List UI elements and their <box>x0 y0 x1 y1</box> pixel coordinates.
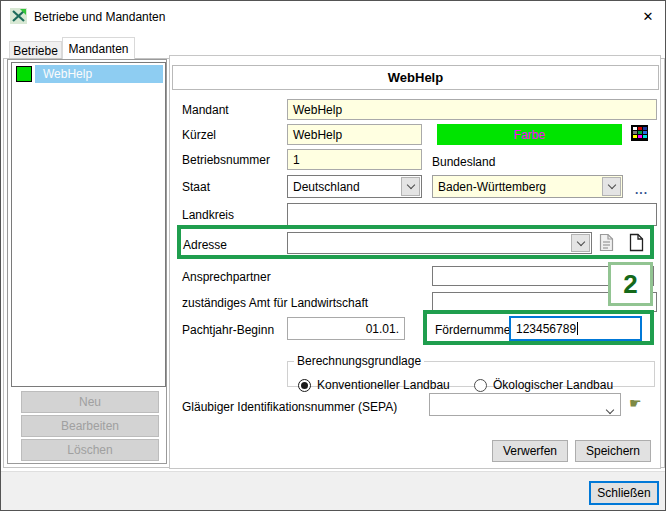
sepa-label: Gläubiger Identifikationsnummer (SEPA) <box>182 400 397 414</box>
betriebsnummer-label: Betriebsnummer <box>182 153 270 167</box>
bundesland-more-button[interactable]: ... <box>635 183 648 197</box>
step-2-callout: 2 <box>608 262 653 306</box>
mandant-label: Mandant <box>182 103 229 117</box>
neu-button[interactable]: Neu <box>21 391 159 413</box>
verwerfen-button[interactable]: Verwerfen <box>492 440 568 462</box>
staat-dropdown[interactable]: Deutschland <box>287 175 422 198</box>
list-item-label: WebHelp <box>35 65 163 83</box>
dialog-betriebe-und-mandanten: Betriebe und Mandanten ✕ Betriebe Mandan… <box>0 0 666 511</box>
staat-label: Staat <box>182 180 210 194</box>
radio-oekologisch[interactable]: Ökologischer Landbau <box>474 378 613 392</box>
adresse-highlight-box <box>177 225 654 259</box>
chevron-down-icon[interactable] <box>607 402 613 416</box>
betriebsnummer-input[interactable]: 1 <box>287 149 422 170</box>
client-detail-form: WebHelp Mandant WebHelp Kürzel WebHelp F… <box>169 55 661 469</box>
berechnungsgrundlage-group: Berechnungsgrundlage Konventioneller Lan… <box>287 354 655 387</box>
color-palette-icon[interactable] <box>631 125 648 141</box>
chevron-down-icon[interactable] <box>401 177 420 196</box>
radio-icon[interactable] <box>298 379 311 392</box>
pachtjahr-input[interactable]: 01.01. <box>287 317 405 340</box>
landkreis-input[interactable] <box>287 203 657 226</box>
app-logo-icon <box>10 8 27 24</box>
radio-konventionell[interactable]: Konventioneller Landbau <box>298 378 450 392</box>
pachtjahr-label: Pachtjahr-Beginn <box>182 323 274 337</box>
radio-icon[interactable] <box>474 379 487 392</box>
schliessen-button[interactable]: Schließen <box>589 481 659 505</box>
kuerzel-label: Kürzel <box>182 128 216 142</box>
client-listbox[interactable]: WebHelp <box>11 62 166 387</box>
client-color-square <box>16 66 32 82</box>
title-bar: Betriebe und Mandanten ✕ <box>1 1 665 32</box>
mandant-input[interactable]: WebHelp <box>287 99 657 120</box>
window-title: Betriebe und Mandanten <box>34 10 165 24</box>
amt-label: zuständiges Amt für Landwirtschaft <box>182 296 368 310</box>
farbe-button[interactable]: Farbe <box>437 124 622 145</box>
foerdernummer-highlight-box <box>423 310 654 345</box>
speichern-button[interactable]: Speichern <box>575 440 651 462</box>
ansprechpartner-label: Ansprechpartner <box>182 270 271 284</box>
kuerzel-input[interactable]: WebHelp <box>287 124 422 145</box>
pointing-hand-icon[interactable]: ☛ <box>629 395 642 411</box>
list-item[interactable]: WebHelp <box>12 63 165 84</box>
form-header: WebHelp <box>172 65 659 90</box>
loeschen-button[interactable]: Löschen <box>21 439 159 461</box>
sepa-dropdown[interactable] <box>429 393 621 416</box>
tab-mandanten[interactable]: Mandanten <box>62 37 135 59</box>
chevron-down-icon[interactable] <box>602 177 621 196</box>
close-icon[interactable]: ✕ <box>636 6 660 27</box>
berechnungsgrundlage-legend: Berechnungsgrundlage <box>294 354 424 368</box>
tab-betriebe[interactable]: Betriebe <box>9 41 62 59</box>
bundesland-dropdown[interactable]: Baden-Württemberg <box>432 175 623 198</box>
bundesland-label: Bundesland <box>432 155 495 169</box>
dialog-footer: Schließen <box>1 471 665 510</box>
client-list-panel: WebHelp Neu Bearbeiten Löschen <box>7 59 167 464</box>
bearbeiten-button[interactable]: Bearbeiten <box>21 415 159 437</box>
landkreis-label: Landkreis <box>182 208 234 222</box>
